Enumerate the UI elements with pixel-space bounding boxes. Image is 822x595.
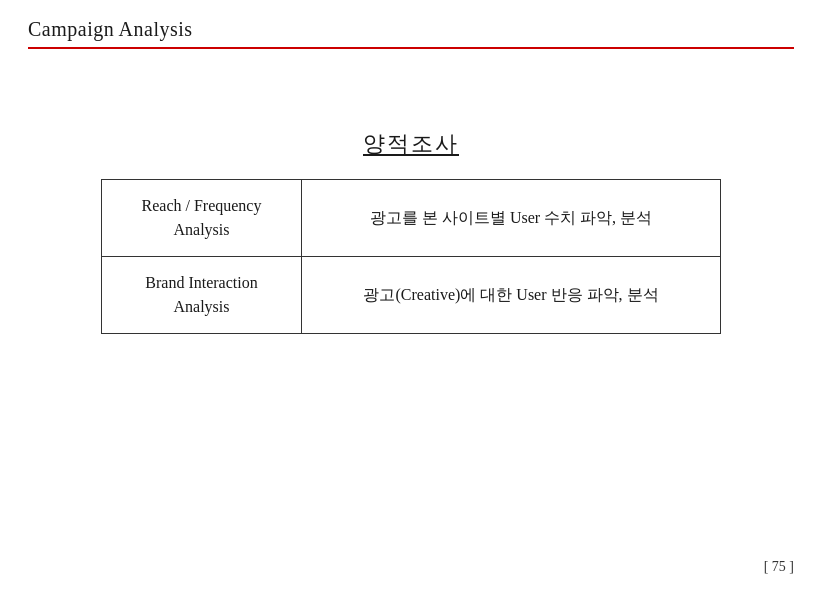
header: Campaign Analysis — [0, 0, 822, 49]
row-1-description: 광고(Creative)에 대한 User 반응 파악, 분석 — [302, 257, 721, 334]
page-title: Campaign Analysis — [28, 18, 794, 41]
row-0-label: Reach / Frequency Analysis — [102, 180, 302, 257]
row-1-label: Brand Interaction Analysis — [102, 257, 302, 334]
table-row: Reach / Frequency Analysis광고를 본 사이트별 Use… — [102, 180, 721, 257]
header-divider — [28, 47, 794, 49]
page-number: [ 75 ] — [764, 559, 794, 575]
analysis-table: Reach / Frequency Analysis광고를 본 사이트별 Use… — [101, 179, 721, 334]
section-heading: 양적조사 — [363, 129, 459, 159]
row-0-description: 광고를 본 사이트별 User 수치 파악, 분석 — [302, 180, 721, 257]
main-content: 양적조사 Reach / Frequency Analysis광고를 본 사이트… — [0, 129, 822, 334]
table-row: Brand Interaction Analysis광고(Creative)에 … — [102, 257, 721, 334]
